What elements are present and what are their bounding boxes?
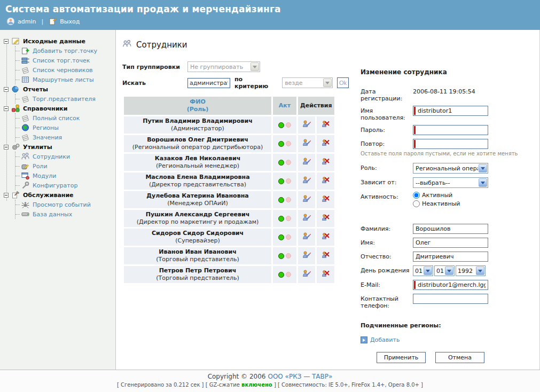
sidebar-item-dictionaries[interactable]: Справочники: [2, 104, 113, 113]
inactive-indicator[interactable]: [286, 141, 291, 146]
delete-action-icon[interactable]: [321, 120, 330, 129]
active-indicator[interactable]: [278, 178, 284, 184]
sidebar-label-drafts[interactable]: Список черновиков: [33, 67, 93, 74]
sidebar-item-rep-agent[interactable]: Торг.представителя: [15, 94, 113, 104]
phone-field[interactable]: [413, 294, 488, 304]
sidebar-label-utilities[interactable]: Утилиты: [23, 144, 52, 151]
column-header-act[interactable]: Акт: [273, 97, 296, 115]
depends-on-select[interactable]: --выбрать--: [413, 177, 488, 188]
sidebar-label-reports[interactable]: Отчеты: [23, 86, 48, 93]
email-field[interactable]: [413, 280, 488, 290]
tree-expander-icon[interactable]: [4, 193, 9, 198]
search-input[interactable]: [187, 78, 230, 88]
sidebar-item-source-data[interactable]: Исходные данные: [2, 36, 113, 46]
edit-action-icon[interactable]: [302, 157, 311, 166]
delete-action-icon[interactable]: [321, 176, 330, 185]
active-radio[interactable]: [413, 192, 420, 199]
sidebar-label-maintenance[interactable]: Обслуживание: [23, 192, 74, 199]
sidebar-item-regions[interactable]: Регионы: [15, 123, 113, 132]
firstname-field[interactable]: [413, 238, 488, 248]
sidebar-item-reports[interactable]: Отчеты: [2, 84, 113, 94]
sidebar-label-rep-agent[interactable]: Торг.представителя: [33, 96, 96, 103]
active-indicator[interactable]: [278, 197, 284, 203]
sidebar-label-outlet-list[interactable]: Список торг.точек: [33, 57, 90, 64]
repeat-password-field[interactable]: [413, 139, 488, 149]
active-indicator[interactable]: [278, 234, 284, 240]
inactive-indicator[interactable]: [286, 178, 291, 184]
edit-action-icon[interactable]: [302, 120, 311, 129]
inactive-radio[interactable]: [413, 200, 420, 207]
company-link[interactable]: ООО «РКЗ — ТАВР»: [268, 373, 332, 380]
delete-action-icon[interactable]: [321, 232, 330, 241]
edit-action-icon[interactable]: [302, 269, 311, 278]
inactive-indicator[interactable]: [286, 216, 291, 221]
edit-action-icon[interactable]: [302, 176, 311, 185]
logout-link[interactable]: Выход: [60, 18, 80, 25]
delete-action-icon[interactable]: [321, 269, 330, 278]
delete-action-icon[interactable]: [321, 250, 330, 260]
tree-expander-icon[interactable]: [4, 39, 9, 44]
inactive-indicator[interactable]: [286, 160, 291, 165]
sidebar-item-event-viewer[interactable]: Просмотр событий: [15, 200, 113, 209]
sidebar-label-values[interactable]: Значения: [33, 134, 62, 141]
sidebar-label-modules[interactable]: Модули: [33, 173, 57, 179]
sidebar-item-values[interactable]: Значения: [15, 132, 113, 142]
sidebar-item-add-outlet[interactable]: Добавить торг.точку: [15, 46, 113, 56]
inactive-indicator[interactable]: [286, 122, 291, 128]
password-field[interactable]: [413, 125, 488, 135]
sidebar-item-full-list[interactable]: Полный список: [15, 113, 113, 123]
apply-button[interactable]: Применить: [377, 352, 426, 363]
sidebar-item-utilities[interactable]: Утилиты: [2, 142, 113, 152]
sidebar-label-route-sheets[interactable]: Маршрутные листы: [33, 76, 94, 83]
tree-expander-icon[interactable]: [4, 106, 9, 111]
role-select[interactable]: Региональный оператор: [413, 163, 488, 174]
sidebar-item-configurator[interactable]: Конфигуратор: [15, 181, 113, 190]
sidebar-label-add-outlet[interactable]: Добавить торг.точку: [33, 48, 97, 54]
delete-action-icon[interactable]: [321, 157, 330, 166]
current-user-link[interactable]: admin: [18, 18, 36, 25]
sidebar-label-database[interactable]: База данных: [33, 211, 72, 218]
active-indicator[interactable]: [278, 216, 284, 222]
sidebar-label-regions[interactable]: Регионы: [33, 124, 59, 131]
middlename-field[interactable]: [413, 252, 488, 262]
active-indicator[interactable]: [278, 272, 284, 278]
sidebar-item-maintenance[interactable]: Обслуживание: [2, 190, 113, 200]
username-field[interactable]: [413, 106, 488, 116]
sidebar-item-route-sheets[interactable]: Маршрутные листы: [15, 75, 113, 84]
sidebar-item-database[interactable]: База данных: [15, 209, 113, 219]
sidebar-label-employees[interactable]: Сотрудники: [33, 153, 70, 160]
inactive-indicator[interactable]: [286, 253, 291, 258]
active-indicator[interactable]: [278, 141, 284, 147]
birthday-year-select[interactable]: 1992: [456, 265, 486, 276]
inactive-indicator[interactable]: [286, 272, 291, 277]
sidebar-label-full-list[interactable]: Полный список: [33, 115, 80, 122]
edit-action-icon[interactable]: [302, 213, 311, 222]
add-region-link[interactable]: Добавить: [370, 336, 400, 343]
search-ok-button[interactable]: Ok: [337, 77, 349, 88]
edit-action-icon[interactable]: [302, 138, 311, 147]
birthday-day-select[interactable]: 01: [413, 265, 433, 276]
sidebar-label-dictionaries[interactable]: Справочники: [23, 105, 68, 112]
sidebar-item-employees[interactable]: Сотрудники: [15, 152, 113, 161]
birthday-month-select[interactable]: 01: [434, 265, 455, 276]
edit-action-icon[interactable]: [302, 250, 311, 260]
inactive-indicator[interactable]: [286, 197, 291, 202]
delete-action-icon[interactable]: [321, 194, 330, 203]
delete-action-icon[interactable]: [321, 138, 330, 147]
sidebar-item-modules[interactable]: Модули: [15, 171, 113, 181]
inactive-indicator[interactable]: [286, 234, 291, 240]
sidebar-label-configurator[interactable]: Конфигуратор: [33, 182, 77, 189]
tree-expander-icon[interactable]: [4, 87, 9, 92]
lastname-field[interactable]: [413, 224, 488, 234]
sidebar-item-outlet-list[interactable]: Список торг.точек: [15, 56, 113, 65]
delete-action-icon[interactable]: [321, 213, 330, 222]
cancel-button[interactable]: Отмена: [435, 352, 484, 363]
active-indicator[interactable]: [278, 253, 284, 259]
active-indicator[interactable]: [278, 160, 284, 166]
tree-expander-icon[interactable]: [4, 145, 9, 150]
edit-action-icon[interactable]: [302, 232, 311, 241]
column-header-fio-role[interactable]: ФИО (Роль): [124, 97, 271, 115]
sidebar-item-drafts[interactable]: Список черновиков: [15, 65, 113, 75]
sidebar-label-roles[interactable]: Роли: [33, 163, 48, 170]
sidebar-item-roles[interactable]: Роли: [15, 161, 113, 171]
